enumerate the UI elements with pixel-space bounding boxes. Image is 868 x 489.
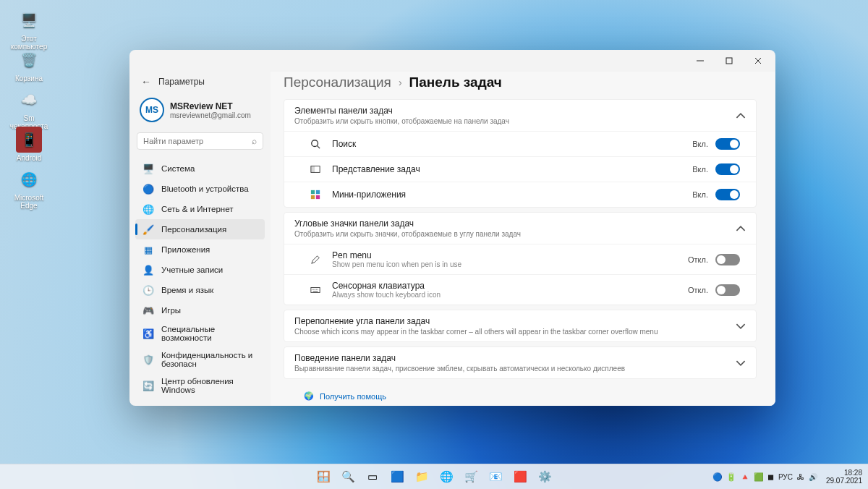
back-button[interactable]: ←: [141, 76, 151, 88]
app-title: Параметры: [158, 77, 205, 87]
nav-label: Сеть & и Интернет: [161, 205, 233, 213]
taskbar-app[interactable]: 🔍: [337, 466, 359, 488]
help-icon: 🌍: [304, 391, 314, 401]
nav-item[interactable]: 🔄Центр обновления Windows: [135, 373, 265, 399]
taskbar-center: 🪟🔍▭🟦📁🌐🛒📧🟥⚙️: [312, 466, 556, 488]
widgets-icon: [309, 188, 322, 201]
search-input[interactable]: [143, 137, 252, 145]
taskbar-app[interactable]: 📧: [485, 466, 506, 488]
row-title: Сенсорная клавиатура: [332, 281, 688, 291]
nav-icon: 🖌️: [142, 224, 154, 235]
language-indicator[interactable]: РУС: [778, 473, 793, 481]
date: 29.07.2021: [826, 477, 862, 485]
volume-icon[interactable]: 🔊: [809, 473, 817, 481]
nav-item[interactable]: 🕒Время и язык: [135, 280, 265, 300]
toggle-state: Вкл.: [692, 190, 708, 199]
nav-item[interactable]: 👤Учетные записи: [135, 260, 265, 280]
chevron-up-icon: [736, 111, 746, 121]
desktop-icon[interactable]: 🗑️Корзина: [7, 47, 51, 82]
taskbar-app[interactable]: ▭: [362, 466, 383, 488]
desktop-icon[interactable]: 🌐Microsoft Edge: [7, 166, 51, 210]
taskbar-app[interactable]: 📁: [411, 466, 433, 488]
section-header[interactable]: Поведение панели задач Выравнивание пане…: [284, 347, 756, 378]
svg-point-1: [312, 140, 318, 147]
nav-item[interactable]: 🛡️Конфиденциальность и безопасн: [135, 346, 265, 373]
svg-rect-4: [311, 190, 315, 194]
taskbar-app[interactable]: 🌐: [435, 466, 457, 488]
tray-icon[interactable]: 🔺: [740, 472, 750, 482]
search-box[interactable]: ⌕: [137, 132, 263, 150]
tray-icon[interactable]: 🔋: [726, 472, 736, 482]
user-account[interactable]: MS MSReview NET msreviewnet@gmail.com: [135, 95, 265, 129]
section-desc: Choose which icons may appear in the tas…: [294, 328, 658, 336]
svg-rect-5: [316, 190, 320, 194]
app-icon: 🌐: [16, 166, 42, 192]
row-title: Pen menu: [332, 250, 688, 260]
nav-item[interactable]: ▦Приложения: [135, 239, 265, 260]
nav-label: Центр обновления Windows: [161, 377, 258, 394]
toggle-switch[interactable]: [715, 284, 740, 296]
crumb-parent[interactable]: Персонализация: [284, 75, 391, 90]
svg-rect-8: [311, 287, 320, 292]
search-icon: [309, 137, 322, 150]
icon-label: Корзина: [7, 75, 51, 82]
chevron-right-icon: ›: [399, 77, 402, 88]
search-icon: ⌕: [252, 136, 257, 146]
get-help-link[interactable]: 🌍 Получить помощь: [304, 389, 752, 404]
nav-label: Bluetooth и устройства: [161, 184, 249, 193]
clock[interactable]: 18:28 29.07.2021: [826, 469, 862, 485]
maximize-button[interactable]: [715, 51, 744, 71]
setting-row: Pen menu Show pen menu icon when pen is …: [284, 244, 756, 274]
taskbar-app[interactable]: 🪟: [312, 466, 334, 488]
nav-icon: 🎮: [142, 305, 154, 316]
row-title: Поиск: [332, 139, 692, 149]
desktop-icon[interactable]: 📱Android: [7, 127, 51, 162]
nav-icon: ▦: [142, 244, 154, 255]
section-header[interactable]: Переполнение угла панели задач Choose wh…: [284, 310, 756, 341]
settings-window: ← Параметры MS MSReview NET msreviewnet@…: [129, 50, 775, 406]
section-header[interactable]: Угловые значки панели задач Отобразить и…: [284, 213, 756, 244]
nav-item[interactable]: 🎮Игры: [135, 300, 265, 320]
toggle-switch[interactable]: [715, 189, 740, 200]
nav-icon: 🖥️: [142, 163, 154, 174]
main-content: Персонализация › Панель задач Элементы п…: [271, 72, 775, 406]
tray-icon[interactable]: 🟩: [754, 472, 764, 482]
nav-item[interactable]: 🖌️Персонализация: [135, 219, 265, 239]
minimize-button[interactable]: [686, 51, 715, 71]
section-title: Поведение панели задач: [294, 353, 625, 363]
section-header[interactable]: Элементы панели задач Отобразить или скр…: [284, 100, 756, 131]
nav-label: Специальные возможности: [161, 325, 258, 342]
rows: Pen menu Show pen menu icon when pen is …: [284, 244, 756, 305]
network-icon[interactable]: 🖧: [797, 473, 804, 481]
taskbar-app[interactable]: ⚙️: [534, 466, 556, 488]
nav-label: Время и язык: [161, 286, 213, 294]
desktop-icon[interactable]: ☁️Sm чекапроста: [7, 87, 51, 130]
app-icon: 📱: [16, 127, 42, 153]
app-icon: 🗑️: [16, 47, 42, 73]
toggle-switch[interactable]: [715, 138, 740, 150]
nav-item[interactable]: 🌐Сеть & и Интернет: [135, 199, 265, 219]
chevron-down-icon: [736, 321, 746, 331]
section-desc: Выравнивание панели задач, присвоение эм…: [294, 365, 625, 373]
section-desc: Отобразить или скрыть кнопки, отображаем…: [294, 117, 509, 125]
taskbar-app[interactable]: 🛒: [460, 466, 482, 488]
toggle-switch[interactable]: [715, 163, 740, 175]
nav-item[interactable]: 🔵Bluetooth и устройства: [135, 179, 265, 199]
nav-item[interactable]: ♿Специальные возможности: [135, 320, 265, 346]
toggle-switch[interactable]: [715, 254, 740, 265]
toggle-state: Откл.: [688, 286, 708, 294]
app-icon: ☁️: [16, 87, 42, 113]
feedback-link[interactable]: 📣 Отправить отзыв: [304, 404, 752, 406]
taskbar-app[interactable]: 🟥: [509, 466, 531, 488]
close-button[interactable]: [744, 51, 773, 71]
breadcrumb: Персонализация › Панель задач: [284, 72, 757, 99]
system-tray[interactable]: 🔵🔋🔺🟩◼: [712, 472, 774, 482]
section-title: Угловые значки панели задач: [294, 218, 521, 229]
nav-label: Игры: [161, 306, 181, 315]
taskbar-app[interactable]: 🟦: [386, 466, 408, 488]
tray-icon[interactable]: ◼: [767, 472, 774, 482]
nav-item[interactable]: 🖥️Система: [135, 158, 265, 179]
tray-icon[interactable]: 🔵: [712, 472, 723, 482]
desktop-icon[interactable]: 🖥️Этот компьютер: [7, 7, 51, 51]
rows: Поиск Вкл. Представление задач Вкл. Мини…: [284, 131, 756, 207]
